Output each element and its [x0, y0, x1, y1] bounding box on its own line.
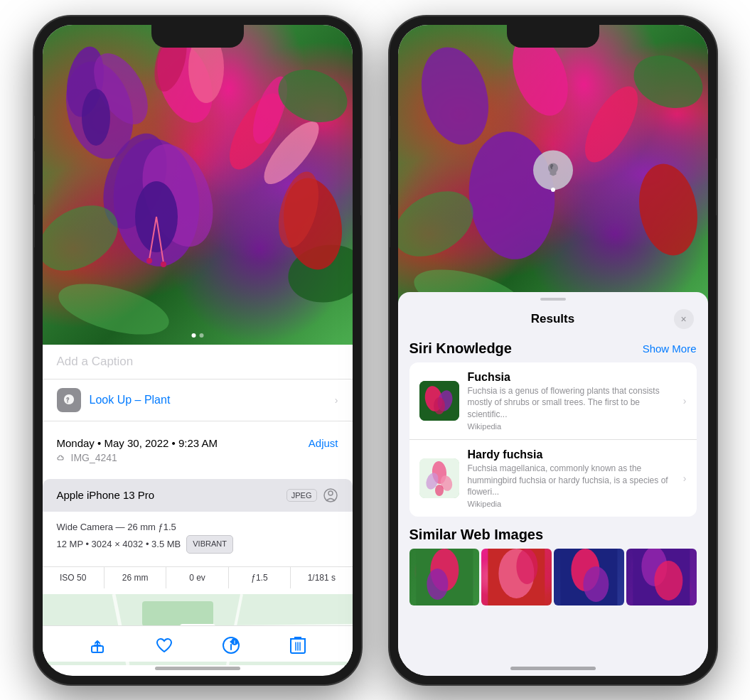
- hardy-title: Hardy fuchsia: [468, 448, 675, 461]
- notch: [151, 25, 244, 48]
- siri-icon: [543, 160, 563, 180]
- exif-aperture: ƒ1.5: [229, 567, 291, 588]
- metadata-section: Monday • May 30, 2022 • 9:23 AM Adjust I…: [43, 427, 353, 473]
- svg-point-3: [82, 89, 110, 146]
- right-phone-screen: Results × Siri Knowledge Show More: [398, 25, 708, 676]
- location-icon: [323, 488, 338, 503]
- location-row: IMG_4241: [57, 452, 338, 463]
- fuchsia-title: Fuchsia: [468, 371, 675, 384]
- toolbar: i: [43, 625, 353, 662]
- delete-button[interactable]: [287, 635, 309, 656]
- similar-web-images-section: Similar Web Images: [409, 527, 697, 605]
- hardy-desc: Fuchsia magellanica, commonly known as t…: [468, 463, 675, 498]
- web-image-4[interactable]: [626, 549, 697, 605]
- svg-point-60: [427, 569, 448, 600]
- camera-details: Wide Camera — 26 mm ƒ1.5 12 MP • 3024 × …: [43, 512, 353, 561]
- svg-point-63: [517, 549, 538, 584]
- svg-point-41: [411, 39, 498, 152]
- caption-area[interactable]: Add a Caption: [43, 345, 353, 379]
- photo-dot-1: [191, 333, 195, 338]
- photo-section[interactable]: [43, 25, 353, 345]
- exif-focal: 26 mm: [105, 567, 166, 588]
- web-image-3[interactable]: [554, 549, 624, 605]
- device-section: Apple iPhone 13 Pro JPEG Wide Camera — 2…: [43, 479, 353, 588]
- lookup-chevron: ›: [335, 394, 338, 406]
- home-indicator-left: [155, 667, 240, 670]
- share-button[interactable]: [87, 635, 108, 656]
- left-phone-screen: Add a Caption Look Up – Plant › Mon: [43, 25, 353, 676]
- date-row: Monday • May 30, 2022 • 9:23 AM Adjust: [57, 437, 338, 449]
- exif-shutter: 1/181 s: [291, 567, 352, 588]
- mute-button-r: [390, 116, 390, 139]
- knowledge-card: Fuchsia Fuchsia is a genus of flowering …: [409, 362, 697, 517]
- close-button[interactable]: ×: [674, 309, 694, 329]
- info-button[interactable]: i: [220, 635, 242, 656]
- mute-button: [34, 116, 35, 139]
- svg-point-25: [328, 491, 333, 495]
- hardy-chevron: ›: [683, 473, 687, 484]
- results-panel: Results × Siri Knowledge Show More: [398, 292, 708, 676]
- device-header: Apple iPhone 13 Pro JPEG: [43, 479, 353, 512]
- hardy-thumbnail: [419, 458, 459, 498]
- camera-resolution: 12 MP • 3024 × 4032 • 3.5 MB VIBRANT: [57, 535, 338, 554]
- hardy-info: Hardy fuchsia Fuchsia magellanica, commo…: [468, 448, 675, 508]
- volume-down-button-r: [390, 205, 390, 247]
- svg-point-45: [632, 159, 704, 260]
- svg-point-17: [53, 274, 173, 344]
- cloud-icon: [57, 453, 67, 463]
- svg-point-52: [434, 397, 445, 414]
- exif-ev: 0 ev: [166, 567, 228, 588]
- svg-rect-28: [142, 601, 213, 626]
- fuchsia-chevron: ›: [683, 395, 687, 406]
- svg-point-21: [161, 262, 166, 267]
- photo-dots: [191, 333, 203, 338]
- svg-point-69: [654, 561, 682, 601]
- siri-suggest-icon: [57, 388, 81, 412]
- hardy-source: Wikipedia: [468, 500, 675, 508]
- lookup-row[interactable]: Look Up – Plant ›: [43, 379, 353, 421]
- exif-iso: ISO 50: [43, 567, 105, 588]
- main-container: Add a Caption Look Up – Plant › Mon: [0, 0, 750, 700]
- svg-point-44: [574, 78, 648, 170]
- right-phone: Results × Siri Knowledge Show More: [390, 16, 717, 684]
- svg-point-43: [464, 128, 559, 263]
- fuchsia-desc: Fuchsia is a genus of flowering plants t…: [468, 385, 675, 421]
- power-button: [360, 158, 361, 215]
- svg-point-66: [583, 566, 609, 602]
- fuchsia-source: Wikipedia: [468, 422, 675, 431]
- svg-point-20: [146, 258, 152, 264]
- volume-down-button: [34, 205, 35, 247]
- device-badges: JPEG: [286, 488, 338, 503]
- right-photo-section: [398, 25, 708, 323]
- knowledge-item-fuchsia[interactable]: Fuchsia Fuchsia is a genus of flowering …: [409, 362, 697, 440]
- power-button-r: [716, 158, 717, 215]
- svg-point-57: [435, 485, 444, 496]
- knowledge-item-hardy[interactable]: Hardy fuchsia Fuchsia magellanica, commo…: [409, 440, 697, 517]
- exif-row: ISO 50 26 mm 0 ev ƒ1.5 1/181 s: [43, 566, 353, 588]
- svg-point-15: [271, 60, 353, 131]
- lookup-text: Look Up – Plant: [90, 394, 171, 406]
- web-image-2[interactable]: [481, 549, 552, 605]
- fuchsia-info: Fuchsia Fuchsia is a genus of flowering …: [468, 371, 675, 431]
- adjust-button[interactable]: Adjust: [309, 437, 338, 449]
- results-header: Results ×: [398, 301, 708, 335]
- siri-knowledge-title: Siri Knowledge: [409, 340, 512, 357]
- notch-r: [507, 25, 599, 48]
- siri-dot: [551, 188, 555, 192]
- svg-text:i: i: [234, 640, 235, 645]
- camera-spec: Wide Camera — 26 mm ƒ1.5: [57, 519, 338, 535]
- results-title: Results: [432, 312, 674, 326]
- left-phone: Add a Caption Look Up – Plant › Mon: [34, 16, 361, 684]
- similar-images-header: Similar Web Images: [409, 527, 697, 543]
- results-content: Siri Knowledge Show More: [398, 335, 708, 676]
- caption-placeholder[interactable]: Add a Caption: [57, 355, 134, 368]
- show-more-button[interactable]: Show More: [643, 343, 697, 355]
- siri-button[interactable]: [533, 150, 573, 190]
- device-name: Apple iPhone 13 Pro: [57, 489, 155, 501]
- home-indicator-right: [510, 667, 596, 670]
- similar-images-title: Similar Web Images: [409, 527, 544, 543]
- web-image-1[interactable]: [409, 549, 480, 605]
- favorite-button[interactable]: [154, 635, 175, 656]
- volume-up-button-r: [390, 151, 390, 194]
- date-text: Monday • May 30, 2022 • 9:23 AM: [57, 437, 218, 449]
